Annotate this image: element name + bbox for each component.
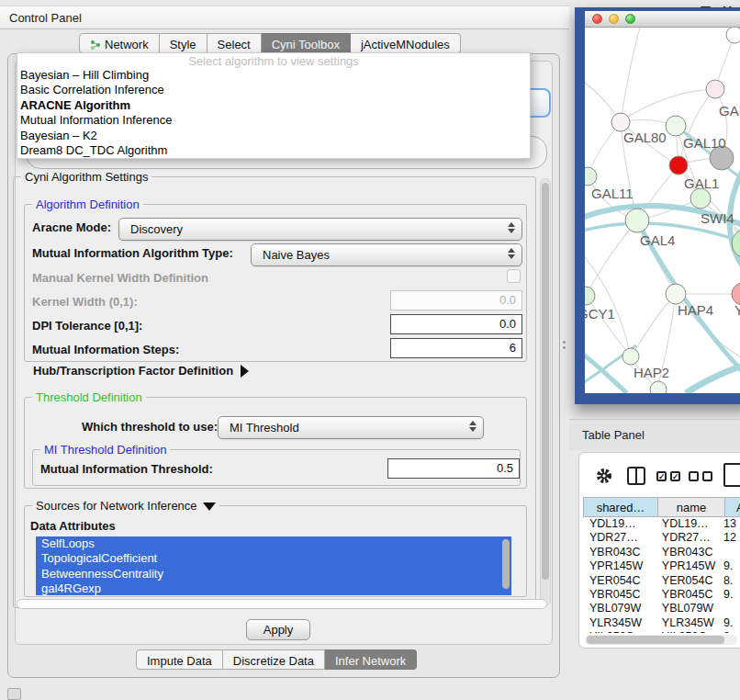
- column-header-partial[interactable]: A: [725, 497, 740, 517]
- tab-jactivemnodules[interactable]: jActiveMNodules: [351, 33, 461, 53]
- tab-style-label: Style: [170, 38, 196, 51]
- select-all-checkbox-icon[interactable]: ✓: [656, 471, 667, 481]
- mi-algorithm-type-combo[interactable]: Naive Bayes: [251, 243, 522, 266]
- tab-cyni-toolbox[interactable]: Cyni Toolbox: [262, 33, 351, 53]
- tab-select[interactable]: Select: [207, 33, 262, 53]
- data-attributes-list[interactable]: SelfLoops TopologicalCoefficient Between…: [36, 536, 511, 595]
- hub-transcription-section-toggle[interactable]: Hub/Transcription Factor Definition: [33, 364, 249, 378]
- network-node-GAL4[interactable]: [625, 209, 649, 232]
- column-header-shared-name[interactable]: shared…: [583, 497, 658, 517]
- attribute-item-selected[interactable]: SelfLoops: [36, 536, 511, 551]
- tab-discretize-data[interactable]: Discretize Data: [223, 649, 325, 670]
- network-node-GAL1-highlighted[interactable]: [669, 156, 688, 175]
- which-threshold-label: Which threshold to use:: [82, 420, 218, 434]
- scrollbar-thumb[interactable]: [542, 183, 549, 580]
- list-scrollbar-thumb[interactable]: [502, 539, 510, 589]
- cell: YBR045C: [583, 588, 656, 602]
- table-body: YDL19…YDL19…13 YDR27…YDR27…12 YBR043CYBR…: [583, 517, 740, 633]
- minimize-window-icon[interactable]: [609, 14, 619, 24]
- node-label: GAL80: [623, 130, 667, 145]
- dropdown-item-selected[interactable]: ARACNE Algorithm: [17, 98, 530, 113]
- sources-section-toggle[interactable]: Sources for Network Inference: [32, 499, 219, 513]
- attribute-item-selected[interactable]: gal4RGexp: [36, 581, 511, 595]
- table-settings-gear-icon[interactable]: [596, 468, 612, 487]
- network-node-GAL10[interactable]: [666, 116, 686, 136]
- minimized-panel-icon[interactable]: [7, 688, 21, 700]
- node-label: HAP2: [633, 365, 669, 380]
- new-table-icon[interactable]: [723, 463, 740, 487]
- column-header-name[interactable]: name: [658, 497, 725, 517]
- table-horizontal-scrollbar[interactable]: [585, 635, 737, 645]
- network-node-SWI4[interactable]: [690, 188, 711, 209]
- table-row[interactable]: YLR345WYLR345W9.: [583, 616, 740, 630]
- network-node-HAP4[interactable]: [666, 284, 686, 304]
- table-row[interactable]: YBR045CYBR045C9.: [583, 588, 740, 602]
- settings-horizontal-scrollbar[interactable]: [17, 599, 547, 609]
- table-row[interactable]: YBR043CYBR043C: [583, 546, 740, 559]
- threshold-definition-group: Threshold Definition Which threshold to …: [24, 397, 527, 489]
- network-node-GAL[interactable]: [706, 80, 724, 98]
- manual-kernel-width-checkbox[interactable]: [507, 269, 521, 283]
- cell: [720, 602, 740, 615]
- deselect-all-checkbox-icon[interactable]: [702, 471, 712, 481]
- table-header-row: shared… name A: [583, 497, 740, 517]
- mi-threshold-field[interactable]: 0.5: [387, 458, 520, 479]
- cell: 9.: [720, 559, 740, 573]
- table-row[interactable]: YER054CYER054C8.: [583, 574, 740, 588]
- aracne-mode-combo[interactable]: Discovery: [118, 218, 522, 241]
- mi-steps-field[interactable]: 6: [390, 338, 522, 358]
- table-row[interactable]: YPR145WYPR145W9.: [583, 559, 740, 573]
- zoom-window-icon[interactable]: [625, 14, 635, 24]
- tab-network[interactable]: Network: [79, 33, 160, 53]
- table-row[interactable]: YDR27…YDR27…12: [583, 531, 740, 545]
- settings-group-title: Cyni Algorithm Settings: [21, 170, 151, 184]
- tab-jactivemnodules-label: jActiveMNodules: [361, 38, 450, 51]
- network-node-GCY1[interactable]: [585, 287, 595, 305]
- dropdown-item[interactable]: Mutual Information Inference: [17, 113, 530, 128]
- cell: YBR043C: [583, 546, 656, 559]
- deselect-all-checkbox-icon[interactable]: [689, 471, 699, 481]
- cell: YBL079W: [583, 602, 656, 615]
- network-node-GAL11[interactable]: [585, 167, 597, 186]
- attribute-item-selected[interactable]: BetweennessCentrality: [36, 567, 511, 581]
- network-node[interactable]: [650, 381, 667, 393]
- tab-impute-data[interactable]: Impute Data: [136, 649, 223, 670]
- column-layout-icon[interactable]: [627, 467, 645, 485]
- apply-button[interactable]: Apply: [246, 619, 310, 640]
- attribute-item-selected[interactable]: TopologicalCoefficient: [36, 551, 511, 566]
- network-node-HAP2[interactable]: [622, 348, 639, 365]
- cell: YDL19…: [656, 517, 720, 531]
- network-view-window[interactable]: GAL GAL80 GAL10 GAL1 GAL11 SWI4 GAL4 GCY…: [575, 7, 740, 404]
- network-graph: GAL GAL80 GAL10 GAL1 GAL11 SWI4 GAL4 GCY…: [585, 28, 740, 393]
- table-row[interactable]: YBL079WYBL079W: [583, 602, 740, 615]
- network-window-titlebar[interactable]: [585, 11, 740, 28]
- table-panel-title: Table Panel: [582, 428, 645, 442]
- dropdown-prompt: Select algorithm to view settings: [17, 54, 530, 68]
- network-canvas[interactable]: GAL GAL80 GAL10 GAL1 GAL11 SWI4 GAL4 GCY…: [585, 28, 740, 393]
- mi-threshold-label: Mutual Information Threshold:: [40, 462, 213, 476]
- panel-splitter-handle[interactable]: [563, 341, 566, 352]
- tab-infer-network[interactable]: Infer Network: [325, 649, 417, 670]
- kernel-width-label: Kernel Width (0,1):: [32, 295, 138, 309]
- dropdown-item[interactable]: Bayesian – K2: [17, 129, 530, 143]
- settings-vertical-scrollbar[interactable]: [540, 178, 551, 606]
- dropdown-item[interactable]: Basic Correlation Inference: [17, 83, 530, 97]
- table-row[interactable]: YIL052CYIL052C9: [583, 630, 740, 633]
- node-label: GAL10: [683, 135, 726, 151]
- kernel-width-field[interactable]: 0.0: [390, 290, 522, 310]
- table-row[interactable]: YDL19…YDL19…13: [583, 517, 740, 531]
- dropdown-item[interactable]: Bayesian – Hill Climbing: [17, 68, 530, 83]
- select-all-checkbox-icon[interactable]: ✓: [670, 471, 680, 481]
- network-node[interactable]: [726, 28, 740, 43]
- cell: YER054C: [656, 574, 720, 588]
- network-node-GAL80[interactable]: [611, 113, 630, 131]
- dropdown-item[interactable]: Dream8 DC_TDC Algorithm: [17, 143, 530, 158]
- spinner-arrows-icon: [508, 248, 515, 259]
- dpi-tolerance-field[interactable]: 0.0: [390, 314, 522, 334]
- scrollbar-thumb[interactable]: [587, 636, 724, 644]
- close-window-icon[interactable]: [592, 14, 602, 24]
- which-threshold-combo[interactable]: MI Threshold: [218, 416, 484, 439]
- cell: 13: [720, 517, 740, 531]
- cell: 12: [720, 531, 740, 545]
- tab-style[interactable]: Style: [160, 33, 207, 53]
